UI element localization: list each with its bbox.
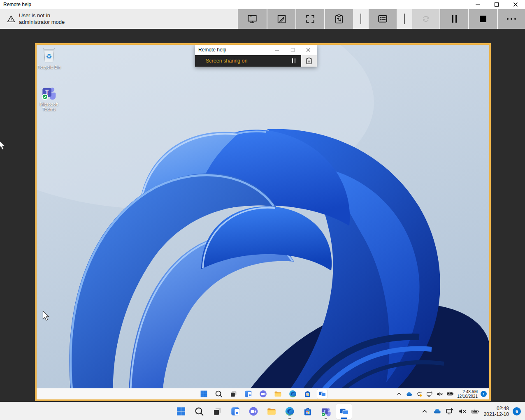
file-explorer-icon <box>266 406 277 417</box>
local-time: 02:48 <box>484 406 509 411</box>
tray-volume[interactable] <box>458 407 467 416</box>
stop-icon <box>480 16 486 22</box>
search-button[interactable] <box>191 403 207 420</box>
window-controls <box>468 0 525 9</box>
remote-tray-volume[interactable] <box>436 390 444 398</box>
toggle-clipboard-button[interactable] <box>325 9 353 29</box>
toolbar-separator <box>354 9 368 29</box>
toolbar-buttons <box>238 9 525 29</box>
remote-store-button[interactable] <box>302 389 313 399</box>
battery-charging-icon <box>471 407 480 416</box>
remote-edge-button[interactable] <box>287 389 298 399</box>
teams-button[interactable] <box>318 403 334 420</box>
pause-icon <box>452 15 457 23</box>
remote-date: 12/10/2021 <box>457 394 478 399</box>
remote-help-overlay-window: Remote help Screen sharing on <box>195 45 317 67</box>
desktop-icon-teams[interactable]: Microsoft Teams <box>37 84 61 111</box>
local-taskbar: 02:48 2021-12-10 6 <box>0 402 525 420</box>
chat-button[interactable] <box>245 403 262 420</box>
overlay-close-button[interactable] <box>300 45 316 55</box>
actual-size-button[interactable] <box>296 9 324 29</box>
minimize-icon <box>475 2 480 7</box>
annotate-button[interactable] <box>267 9 295 29</box>
task-view-icon <box>229 390 238 398</box>
remote-tray-display[interactable] <box>426 390 433 398</box>
edge-icon <box>284 406 295 417</box>
remote-help-button[interactable] <box>336 403 352 420</box>
file-explorer-button[interactable] <box>263 403 280 420</box>
tray-display[interactable] <box>445 407 454 416</box>
tray-battery[interactable] <box>471 407 480 416</box>
remote-task-view-button[interactable] <box>228 389 239 399</box>
more-options-button[interactable] <box>498 9 525 29</box>
widgets-icon <box>230 406 241 417</box>
remote-remote-help-button[interactable] <box>317 389 328 399</box>
remote-file-explorer-button[interactable] <box>272 389 283 399</box>
sharing-status-text: Screen sharing on <box>206 58 247 64</box>
session-toolbar: User is not in administrator mode <box>0 9 525 29</box>
start-icon <box>176 406 186 417</box>
active-indicator <box>341 418 347 419</box>
edge-button[interactable] <box>281 403 298 420</box>
sync-icon <box>416 390 423 398</box>
chevron-up-icon <box>420 407 429 415</box>
select-monitor-icon <box>247 14 258 24</box>
toolbar-separator <box>397 9 411 29</box>
recycle-bin-icon <box>41 46 57 64</box>
close-icon <box>306 48 311 52</box>
store-button[interactable] <box>300 403 316 420</box>
remote-tray-battery[interactable] <box>446 390 454 398</box>
remote-start-button[interactable] <box>198 389 209 399</box>
remote-tray-sync[interactable] <box>416 390 423 398</box>
select-monitor-button[interactable] <box>238 9 267 29</box>
remote-time: 2:48 AM <box>457 390 478 394</box>
more-options-icon <box>511 18 512 20</box>
remote-tray-chevron[interactable] <box>395 390 402 397</box>
maximize-icon <box>494 2 499 7</box>
notification-badge[interactable]: 6 <box>513 407 521 415</box>
start-icon <box>200 390 208 398</box>
refresh-icon <box>420 14 431 24</box>
chevron-up-icon <box>395 390 402 397</box>
warning-triangle-icon <box>7 14 16 23</box>
overlay-clipboard-button[interactable] <box>301 55 317 67</box>
remote-chat-button[interactable] <box>258 389 268 399</box>
search-icon <box>214 390 223 398</box>
display-icon <box>445 407 454 416</box>
close-button[interactable] <box>506 0 525 9</box>
chat-icon <box>259 390 267 398</box>
remote-widgets-button[interactable] <box>243 389 253 399</box>
session-details-icon <box>377 14 388 24</box>
pause-icon[interactable] <box>292 58 295 63</box>
refresh-button <box>412 9 439 29</box>
screen-sharing-status: Screen sharing on <box>195 55 301 67</box>
minimize-icon <box>275 48 279 52</box>
remote-search-button[interactable] <box>213 389 224 399</box>
teams-icon <box>321 406 332 417</box>
maximize-button[interactable] <box>487 0 506 9</box>
local-date: 2021-12-10 <box>484 411 509 417</box>
tray-clock[interactable]: 02:48 2021-12-10 <box>484 406 509 417</box>
overlay-maximize-button <box>285 45 300 55</box>
minimize-button[interactable] <box>468 0 487 9</box>
pause-sharing-button[interactable] <box>440 9 468 29</box>
desktop-icon-label: Recycle Bin <box>37 65 61 70</box>
desktop-icon-recycle-bin[interactable]: Recycle Bin <box>37 46 61 70</box>
overlay-minimize-button[interactable] <box>269 45 285 55</box>
tray-onedrive[interactable] <box>432 407 441 416</box>
task-view-button[interactable] <box>209 403 225 420</box>
app-titlebar: Remote help <box>0 0 525 9</box>
session-details-button[interactable] <box>369 9 397 29</box>
widgets-button[interactable] <box>227 403 244 420</box>
remote-help-icon <box>339 406 350 417</box>
app-title: Remote help <box>3 0 31 9</box>
remote-tray-clock[interactable]: 2:48 AM 12/10/2021 <box>457 390 478 399</box>
edge-icon <box>288 390 297 398</box>
remote-tray-onedrive[interactable] <box>405 390 413 398</box>
start-button[interactable] <box>173 403 189 420</box>
desktop-icon-label: Microsoft Teams <box>37 102 60 111</box>
stop-sharing-button[interactable] <box>469 9 497 29</box>
remote-screen-view[interactable]: Recycle Bin Microsoft Teams Remote help <box>35 43 491 401</box>
remote-notification-badge[interactable]: 1 <box>481 391 487 397</box>
tray-chevron[interactable] <box>420 407 429 415</box>
